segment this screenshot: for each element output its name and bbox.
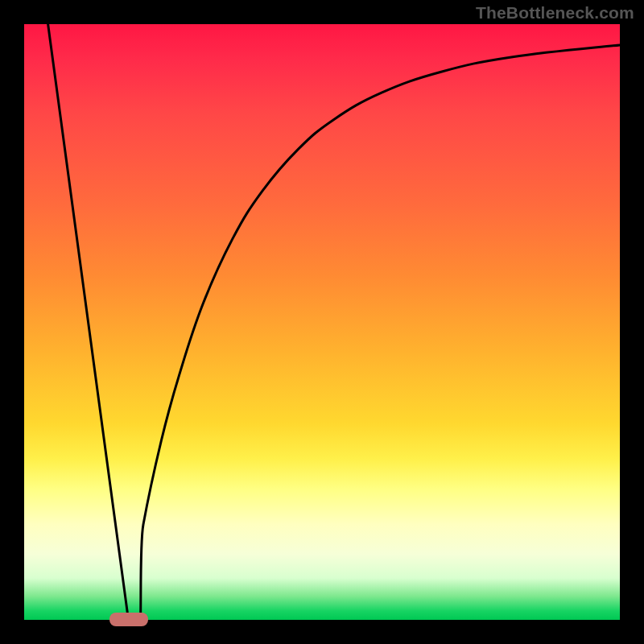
watermark-text: TheBottleneck.com (476, 3, 634, 23)
plot-area (24, 24, 620, 620)
bottleneck-curve (48, 24, 620, 644)
optimum-marker (109, 613, 148, 626)
curve-layer (24, 24, 620, 620)
chart-frame: TheBottleneck.com (0, 0, 644, 644)
